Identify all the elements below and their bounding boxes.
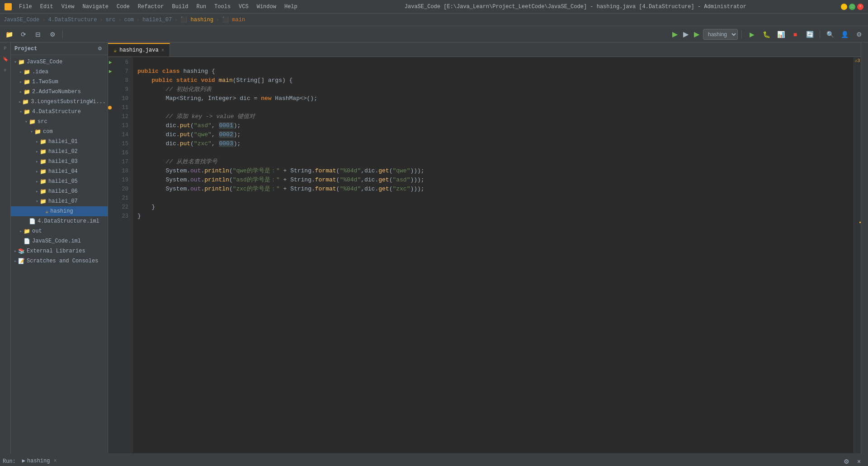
run-tab-label: hashing xyxy=(27,458,50,464)
menu-edit[interactable]: Edit xyxy=(37,3,57,11)
menu-refactor[interactable]: Refactor xyxy=(134,3,168,11)
tree-item-hailei01[interactable]: ▸ 📁 hailei_01 xyxy=(11,137,108,147)
line-14: 14 xyxy=(108,130,133,139)
tree-item-hailei02[interactable]: ▸ 📁 hailei_02 xyxy=(11,147,108,157)
toolbar-run2-btn[interactable]: ▶ xyxy=(692,30,701,38)
title-bar: File Edit View Navigate Code Refactor Bu… xyxy=(0,0,868,14)
code-editor[interactable]: ▶ 6 ▶ 7 8 9 10 11 12 13 14 15 16 xyxy=(108,57,861,453)
run-panel-tabs: Run: ▶ hashing × ⚙ × xyxy=(0,454,868,466)
menu-tools[interactable]: Tools xyxy=(211,3,234,11)
breadcrumb-class[interactable]: ⬛ hashing xyxy=(180,16,213,23)
line-12: 12 xyxy=(108,112,133,121)
toolbar-reload-btn[interactable]: 🔄 xyxy=(803,28,816,41)
tree-item-label: .idea xyxy=(32,69,48,75)
line-20: 20 xyxy=(108,185,133,194)
toolbar-debug-btn[interactable]: ▶ xyxy=(681,30,690,38)
run-button[interactable]: ▶ xyxy=(670,30,679,38)
tree-arrow: ▾ xyxy=(34,199,40,204)
toolbar-project-btn[interactable]: 📁 xyxy=(3,28,15,41)
menu-file[interactable]: File xyxy=(15,3,36,11)
structure-icon[interactable]: ≡ xyxy=(1,66,9,74)
menu-build[interactable]: Build xyxy=(168,3,192,11)
tree-item-ext-libs[interactable]: ▸ 📚 External Libraries xyxy=(11,246,108,256)
tab-label: hashing.java xyxy=(119,47,158,53)
tree-item-2add[interactable]: ▸ 📁 2.AddTwoNumbers xyxy=(11,87,108,97)
project-settings-btn[interactable]: ⚙ xyxy=(96,45,104,53)
tree-item-label: out xyxy=(32,228,42,234)
toolbar-sync-btn[interactable]: ⟳ xyxy=(17,28,30,41)
breadcrumb-com[interactable]: com xyxy=(124,17,134,23)
menu-view[interactable]: View xyxy=(58,3,78,11)
tab-close-btn[interactable]: × xyxy=(161,48,165,53)
run-config-select[interactable]: hashing xyxy=(703,29,738,40)
tab-java-icon: ☕ xyxy=(113,47,117,54)
breadcrumb-package[interactable]: hailei_07 xyxy=(142,17,172,23)
menu-vcs[interactable]: VCS xyxy=(235,3,252,11)
toolbar-settings2-btn[interactable]: ⚙ xyxy=(853,28,865,41)
tree-item-hailei07[interactable]: ▾ 📁 hailei_07 xyxy=(11,196,108,206)
line-22: 22 xyxy=(108,203,133,212)
tree-item-scratches[interactable]: ▸ 📝 Scratches and Consoles xyxy=(11,256,108,266)
menu-help[interactable]: Help xyxy=(281,3,301,11)
toolbar-user-btn[interactable]: 👤 xyxy=(838,28,851,41)
iml-icon: 📄 xyxy=(29,218,36,225)
tree-arrow: ▾ xyxy=(13,59,18,65)
tree-item-com[interactable]: ▾ 📁 com xyxy=(11,127,108,137)
folder-icon: 📁 xyxy=(24,89,30,95)
iml-icon: 📄 xyxy=(24,238,30,245)
tree-item-hailei04[interactable]: ▸ 📁 hailei_04 xyxy=(11,166,108,176)
maximize-button[interactable]: □ xyxy=(849,4,855,10)
panel-close-btn[interactable]: × xyxy=(853,455,865,466)
right-gutter: ⚠3 xyxy=(854,57,861,453)
tree-item-out[interactable]: ▸ 📁 out xyxy=(11,226,108,236)
folder-icon: 📁 xyxy=(40,158,47,165)
close-button[interactable]: × xyxy=(857,4,863,10)
tree-item-label: JavaSE_Code.iml xyxy=(32,238,81,244)
menu-navigate[interactable]: Navigate xyxy=(79,3,112,11)
tree-item-label: hailei_01 xyxy=(48,138,78,145)
run-tab-close[interactable]: × xyxy=(53,458,57,464)
tree-item-hailei05[interactable]: ▸ 📁 hailei_05 xyxy=(11,176,108,186)
breadcrumb-src[interactable]: src xyxy=(106,17,116,23)
project-icon[interactable]: P xyxy=(1,44,9,52)
tree-item-hashing[interactable]: ☕ hashing xyxy=(11,206,108,216)
tree-item-label: com xyxy=(43,128,53,135)
tree-item-javase-iml[interactable]: 📄 JavaSE_Code.iml xyxy=(11,236,108,246)
tree-item-idea[interactable]: ▸ 📁 .idea xyxy=(11,67,108,77)
menu-code[interactable]: Code xyxy=(113,3,133,11)
tree-arrow: ▸ xyxy=(13,258,18,264)
breakpoint-11[interactable] xyxy=(108,106,112,109)
toolbar-search-btn[interactable]: 🔍 xyxy=(824,28,836,41)
line-6: ▶ 6 xyxy=(108,58,133,67)
breadcrumb-module[interactable]: 4.DataStructure xyxy=(48,17,97,23)
window-title: JavaSE_Code [E:\Java_Learn\Project_LeetC… xyxy=(310,4,841,10)
tree-item-hailei06[interactable]: ▸ 📁 hailei_06 xyxy=(11,186,108,196)
tree-item-1twosum[interactable]: ▸ 📁 1.TwoSum xyxy=(11,77,108,87)
breadcrumb-bar: JavaSE_Code › 4.DataStructure › src › co… xyxy=(0,14,868,26)
code-content[interactable]: public class hashing { public static voi… xyxy=(133,57,854,453)
run-tab-hashing[interactable]: ▶ hashing × xyxy=(18,455,62,466)
breadcrumb-method[interactable]: ⬛ main xyxy=(222,16,245,23)
folder-icon: 📁 xyxy=(29,119,36,125)
toolbar-debug-icon-btn[interactable]: 🐛 xyxy=(760,28,773,41)
toolbar-collapse-btn[interactable]: ⊟ xyxy=(32,28,44,41)
toolbar-stop-btn[interactable]: ■ xyxy=(789,28,802,41)
tree-item-3longest[interactable]: ▸ 📁 3.LongestSubstringWi... xyxy=(11,97,108,107)
bookmarks-icon[interactable]: 🔖 xyxy=(1,55,9,63)
menu-run[interactable]: Run xyxy=(193,3,210,11)
toolbar-coverage-btn[interactable]: 📊 xyxy=(774,28,787,41)
tree-item-4data[interactable]: ▾ 📁 4.DataStructure xyxy=(11,107,108,117)
tree-item-src[interactable]: ▾ 📁 src xyxy=(11,117,108,127)
line-17: 17 xyxy=(108,157,133,166)
panel-settings-btn[interactable]: ⚙ xyxy=(840,455,853,466)
tab-hashing[interactable]: ☕ hashing.java × xyxy=(108,43,170,57)
toolbar-settings-btn[interactable]: ⚙ xyxy=(46,28,59,41)
menu-window[interactable]: Window xyxy=(253,3,280,11)
toolbar-run-icon-btn[interactable]: ▶ xyxy=(745,28,758,41)
minimize-button[interactable]: − xyxy=(841,4,847,10)
tree-item-4iml[interactable]: 📄 4.DataStructure.iml xyxy=(11,216,108,226)
tree-item-root[interactable]: ▾ 📁 JavaSE_Code xyxy=(11,57,108,67)
warning-indicator: ⚠3 xyxy=(854,57,861,63)
tree-item-hailei03[interactable]: ▸ 📁 hailei_03 xyxy=(11,157,108,166)
breadcrumb-project[interactable]: JavaSE_Code xyxy=(4,17,39,23)
